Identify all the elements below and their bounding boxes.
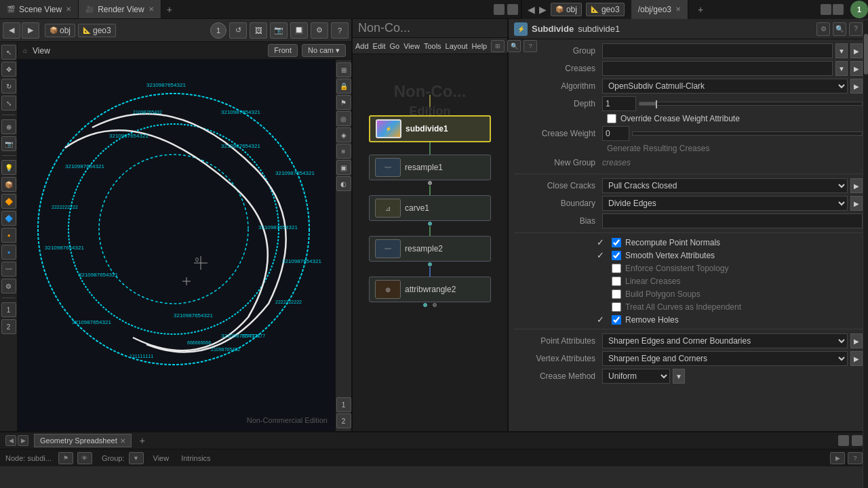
display-options-btn[interactable]: 🖼 <box>250 22 267 39</box>
build-polygon-checkbox[interactable] <box>612 289 621 299</box>
bottom-play-btn[interactable]: ▶ <box>830 452 845 464</box>
vertex-attributes-select[interactable]: Sharpen Edge and Corners <box>602 351 848 366</box>
node-eye-btn[interactable]: 👁 <box>77 452 92 464</box>
add-left-tab-button[interactable]: + <box>161 4 178 15</box>
nav-back-icon[interactable]: ◀ <box>528 4 535 15</box>
side-btn-3[interactable]: ⚑ <box>336 95 351 110</box>
algorithm-arrow[interactable]: ▶ <box>850 79 863 94</box>
transform-tool[interactable]: ✥ <box>1 62 16 77</box>
group-filter-btn[interactable]: ▼ <box>129 452 144 464</box>
layout-menu[interactable]: Layout <box>446 42 468 50</box>
dop-level-btn[interactable]: 🔷 <box>1 211 16 226</box>
edit-menu[interactable]: Edit <box>373 42 386 50</box>
camera-tool[interactable]: 📷 <box>1 136 16 151</box>
boundary-select[interactable]: Divide Edges <box>602 196 848 211</box>
go-menu[interactable]: Go <box>390 42 400 50</box>
lights-btn[interactable]: 💡 <box>1 160 16 175</box>
window-icon-2[interactable] <box>507 4 518 15</box>
select-tool[interactable]: ↖ <box>1 45 16 60</box>
side-btn-5[interactable]: ◈ <box>336 127 351 142</box>
view-btn2[interactable]: 📷 <box>270 22 288 39</box>
side-btn-8[interactable]: ◐ <box>336 176 351 191</box>
node-flag-btn[interactable]: ⚑ <box>58 452 73 464</box>
sop-level-btn[interactable]: 🔶 <box>1 194 16 209</box>
obj-selector[interactable]: 📦 obj <box>45 24 75 37</box>
props-help-btn[interactable]: ? <box>849 22 863 36</box>
geo-spreadsheet-tab[interactable]: Geometry Spreadsheet ✕ <box>34 434 132 447</box>
linear-creases-checkbox[interactable] <box>612 277 621 286</box>
recompute-normals-checkbox[interactable] <box>612 238 621 247</box>
right-window-icon-1[interactable] <box>821 4 831 15</box>
bottom-window-icon-1[interactable] <box>838 435 849 446</box>
group-arrow-1[interactable]: ▼ <box>835 43 848 58</box>
vop-btn[interactable]: 🔹 <box>1 245 16 260</box>
side-btn-10[interactable]: 2 <box>336 413 351 428</box>
side-btn-2[interactable]: 🔒 <box>336 79 351 94</box>
handle-tool[interactable]: ⊕ <box>1 119 16 134</box>
view-menu[interactable]: View <box>403 42 420 50</box>
add-bottom-tab[interactable]: + <box>134 435 151 446</box>
scene-view-tab[interactable]: 🎬 Scene View ✕ <box>0 0 79 18</box>
render-view-tab[interactable]: 🎥 Render View ✕ <box>79 0 161 18</box>
scene-view-close[interactable]: ✕ <box>66 5 71 13</box>
props-scrollbar-thumb[interactable] <box>864 34 868 75</box>
tools-menu[interactable]: Tools <box>424 42 441 50</box>
viewport-num[interactable]: 1 <box>210 22 226 39</box>
nav-back-btn[interactable]: ◀ <box>3 22 20 39</box>
resample2-node[interactable]: 〰 resample2 <box>369 236 491 262</box>
crease-method-arrow[interactable]: ▼ <box>673 369 685 384</box>
render-view-close[interactable]: ✕ <box>149 5 154 13</box>
crease-weight-slider[interactable] <box>632 131 863 136</box>
creases-arrow-2[interactable]: ▶ <box>850 61 863 76</box>
rop-btn[interactable]: ⚙ <box>1 279 16 293</box>
vertex-attributes-arrow[interactable]: ▶ <box>850 351 863 366</box>
close-cracks-select[interactable]: Pull Cracks Closed <box>602 178 848 193</box>
obj-button-right[interactable]: 📦 obj <box>551 3 582 16</box>
front-btn[interactable]: Front <box>268 44 298 57</box>
bottom-help-btn[interactable]: ? <box>848 452 863 464</box>
geo-spreadsheet-close[interactable]: ✕ <box>120 437 125 445</box>
geo3-tab[interactable]: /obj/geo3 ✕ <box>631 0 688 19</box>
rotate-tool[interactable]: ↻ <box>1 79 16 94</box>
creases-input[interactable] <box>602 61 833 76</box>
right-window-icon-2[interactable] <box>833 4 844 15</box>
geo3-selector[interactable]: 📐 geo3 <box>78 24 116 37</box>
side-btn-1[interactable]: ⊞ <box>336 62 351 77</box>
depth-input[interactable] <box>602 96 636 111</box>
tool-2[interactable]: 2 <box>1 319 16 334</box>
carve1-node[interactable]: ⊿ carve1 <box>369 195 491 221</box>
enforce-topology-checkbox[interactable] <box>612 264 621 273</box>
help-menu[interactable]: Help <box>472 42 488 50</box>
view-btn3[interactable]: 🔲 <box>290 22 308 39</box>
group-input[interactable] <box>602 43 833 58</box>
node-search-btn[interactable]: 🔍 <box>507 40 521 52</box>
geo3-tab-close[interactable]: ✕ <box>675 5 681 13</box>
override-crease-checkbox[interactable] <box>607 114 616 123</box>
shop-btn[interactable]: 🔸 <box>1 228 16 243</box>
subdivide1-node[interactable]: ⚡ subdivide1 <box>369 115 491 142</box>
nav-forward-icon[interactable]: ▶ <box>539 4 547 15</box>
crease-weight-input[interactable] <box>602 126 629 141</box>
obj-level-btn[interactable]: 📦 <box>1 177 16 192</box>
view-btn4[interactable]: ⚙ <box>311 22 328 39</box>
treat-curves-checkbox[interactable] <box>612 302 621 312</box>
point-attributes-select[interactable]: Sharpen Edges and Corner Boundaries <box>602 333 848 348</box>
side-btn-7[interactable]: ▣ <box>336 160 351 175</box>
chop-btn[interactable]: 〰 <box>1 262 16 277</box>
node-layout-btn[interactable]: ⊞ <box>491 40 505 52</box>
view-help-btn[interactable]: ? <box>331 22 349 39</box>
bias-input[interactable] <box>602 214 863 228</box>
crease-method-select[interactable]: Uniform <box>602 369 670 384</box>
props-gear-btn[interactable]: ⚙ <box>816 22 830 36</box>
side-btn-9[interactable]: 1 <box>336 397 351 412</box>
resample1-node[interactable]: 〰 resample1 <box>369 155 491 180</box>
window-icon-1[interactable] <box>494 4 505 15</box>
bottom-nav-back[interactable]: ◀ <box>5 435 16 446</box>
smooth-vertex-checkbox[interactable] <box>612 251 621 260</box>
scale-tool[interactable]: ⤡ <box>1 96 16 110</box>
node-help-btn[interactable]: ? <box>524 40 537 52</box>
nocam-btn[interactable]: No cam ▾ <box>302 44 346 57</box>
close-cracks-arrow[interactable]: ▶ <box>850 178 863 193</box>
bottom-window-icon-2[interactable] <box>852 435 863 446</box>
user-avatar[interactable]: 1 <box>850 1 868 18</box>
